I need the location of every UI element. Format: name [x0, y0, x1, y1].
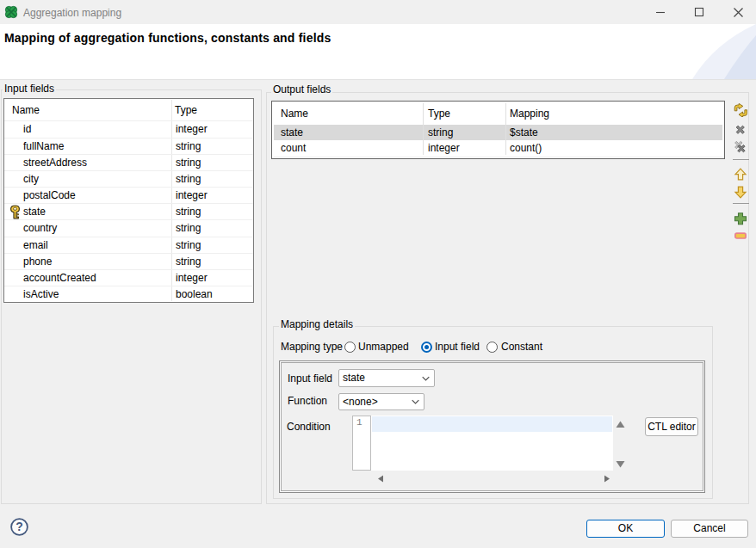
- svg-text:?: ?: [15, 520, 23, 533]
